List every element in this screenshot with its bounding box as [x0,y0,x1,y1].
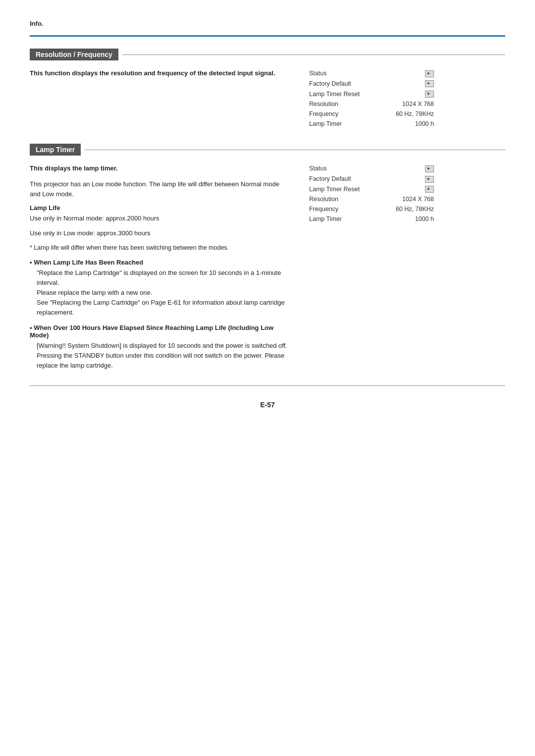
status-icon-btn-1[interactable] [425,70,434,77]
page-header: Info. [30,20,505,27]
table-row: Frequency 60 Hz, 78KHz [307,109,436,119]
section-title-bar-2: Lamp Timer [30,144,505,156]
bullet-line: See "Replacing the Lamp Cartridge" on Pa… [37,298,287,318]
section-content-1: This function displays the resolution an… [30,68,505,129]
table-cell-value [372,174,436,184]
intro-bold-1: This function displays the resolution an… [30,68,287,78]
table-cell-value [372,79,436,89]
bullet-line: [Warning!! System Shutdown] is displayed… [37,341,287,371]
info-table-2: Status Factory Default Lamp Timer Reset … [307,163,436,224]
table-cell-value [372,184,436,195]
info-table-1: Status Factory Default Lamp Timer Reset … [307,68,436,129]
section-resolution-frequency: Resolution / Frequency This function dis… [30,49,505,129]
bullet-line: "Replace the Lamp Cartridge" is displaye… [37,268,287,288]
table-cell-label: Lamp Timer Reset [307,89,372,99]
table-row: Status [307,163,436,174]
table-cell-label: Lamp Timer Reset [307,184,372,195]
table-cell-label: Lamp Timer [307,119,372,129]
section-left-2: This displays the lamp timer. This proje… [30,163,287,371]
section-content-2: This displays the lamp timer. This proje… [30,163,505,371]
table-row: Lamp Timer 1000 h [307,119,436,129]
section-title-2: Lamp Timer [30,144,81,156]
bullet-line: Please replace the lamp with a new one. [37,288,287,298]
table-cell-value: 60 Hz, 78KHz [372,204,436,214]
lamp-life-line-1: Use only in Normal mode: approx.2000 hou… [30,214,287,223]
section-title-bar-1: Resolution / Frequency [30,49,505,60]
page-footer: E-57 [30,401,505,409]
section-title-1: Resolution / Frequency [30,49,118,60]
table-row: Resolution 1024 X 768 [307,194,436,204]
page-number: E-57 [260,401,275,409]
table-row: Factory Default [307,79,436,89]
lamp-timer-reset-icon-btn-1[interactable] [425,91,434,98]
table-cell-value: 1000 h [372,119,436,129]
table-row: Frequency 60 Hz, 78KHz [307,204,436,214]
section-right-2: Status Factory Default Lamp Timer Reset … [307,163,436,371]
table-cell-value: 60 Hz, 78KHz [372,109,436,119]
table-cell-value [372,68,436,79]
section-title-line-1 [122,54,505,55]
bullet-body-2: [Warning!! System Shutdown] is displayed… [37,341,287,371]
header-label: Info. [30,20,43,27]
intro-bold-2: This displays the lamp timer. [30,163,287,173]
bullet-heading-2: When Over 100 Hours Have Elapsed Since R… [30,324,287,339]
body-text-low-mode: This projector has an Low mode function.… [30,179,287,199]
table-cell-label: Factory Default [307,174,372,184]
bullet-heading-1: When Lamp Life Has Been Reached [30,259,287,266]
table-cell-value [372,89,436,99]
table-cell-value [372,163,436,174]
table-row: Factory Default [307,174,436,184]
table-cell-label: Resolution [307,194,372,204]
status-icon-btn-2[interactable] [425,165,434,172]
table-cell-value: 1000 h [372,214,436,224]
table-row: Lamp Timer Reset [307,184,436,195]
section-title-line-2 [85,150,505,150]
section-left-1: This function displays the resolution an… [30,68,287,129]
subheading-lamp-life: Lamp Life [30,204,287,212]
blue-rule [30,35,505,37]
table-cell-label: Frequency [307,109,372,119]
section-lamp-timer: Lamp Timer This displays the lamp timer.… [30,144,505,371]
bullet-body-1: "Replace the Lamp Cartridge" is displaye… [37,268,287,318]
factory-default-icon-btn-1[interactable] [425,80,434,87]
table-cell-label: Resolution [307,99,372,109]
bottom-rule [30,385,505,386]
asterisk-note: * Lamp life will differ when there has b… [30,243,287,253]
table-cell-label: Status [307,68,372,79]
table-cell-label: Lamp Timer [307,214,372,224]
table-row: Lamp Timer Reset [307,89,436,99]
table-cell-label: Factory Default [307,79,372,89]
factory-default-icon-btn-2[interactable] [425,176,434,183]
table-cell-value: 1024 X 768 [372,194,436,204]
lamp-timer-reset-icon-btn-2[interactable] [425,186,434,193]
section-right-1: Status Factory Default Lamp Timer Reset … [307,68,436,129]
lamp-life-line-2: Use only in Low mode: approx.3000 hours [30,228,287,238]
table-row: Status [307,68,436,79]
table-cell-label: Status [307,163,372,174]
table-row: Resolution 1024 X 768 [307,99,436,109]
table-cell-label: Frequency [307,204,372,214]
table-row: Lamp Timer 1000 h [307,214,436,224]
table-cell-value: 1024 X 768 [372,99,436,109]
